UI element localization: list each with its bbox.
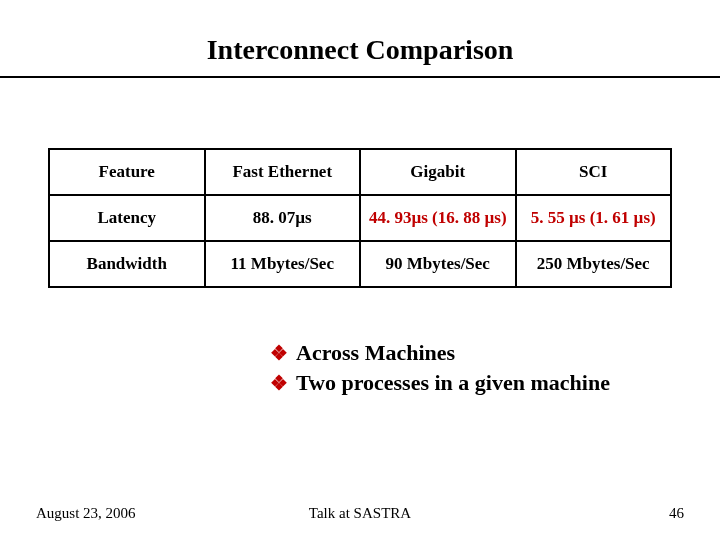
table-cell: 44. 93µs (16. 88 µs) [360,195,516,241]
footer-page-number: 46 [669,505,684,522]
table-header-row: Feature Fast Ethernet Gigabit SCI [49,149,671,195]
table-header-cell: Fast Ethernet [205,149,361,195]
table-header-cell: Feature [49,149,205,195]
table-cell: Bandwidth [49,241,205,287]
table-cell: 90 Mbytes/Sec [360,241,516,287]
bullet-item: ❖Across Machines [270,340,720,366]
bullet-item: ❖Two processes in a given machine [270,370,720,396]
footer-talk: Talk at SASTRA [0,505,720,522]
bullet-text: Across Machines [296,340,455,365]
table-row: Bandwidth 11 Mbytes/Sec 90 Mbytes/Sec 25… [49,241,671,287]
table-cell: Latency [49,195,205,241]
title-divider [0,76,720,78]
table-header-cell: SCI [516,149,672,195]
bullet-list: ❖Across Machines ❖Two processes in a giv… [270,340,720,396]
table-row: Latency 88. 07µs 44. 93µs (16. 88 µs) 5.… [49,195,671,241]
diamond-bullet-icon: ❖ [270,342,288,364]
table-cell: 250 Mbytes/Sec [516,241,672,287]
comparison-table: Feature Fast Ethernet Gigabit SCI Latenc… [48,148,672,288]
slide-title: Interconnect Comparison [0,0,720,76]
diamond-bullet-icon: ❖ [270,372,288,394]
table-cell: 88. 07µs [205,195,361,241]
table-cell: 5. 55 µs (1. 61 µs) [516,195,672,241]
table-header-cell: Gigabit [360,149,516,195]
table-cell: 11 Mbytes/Sec [205,241,361,287]
bullet-text: Two processes in a given machine [296,370,610,395]
